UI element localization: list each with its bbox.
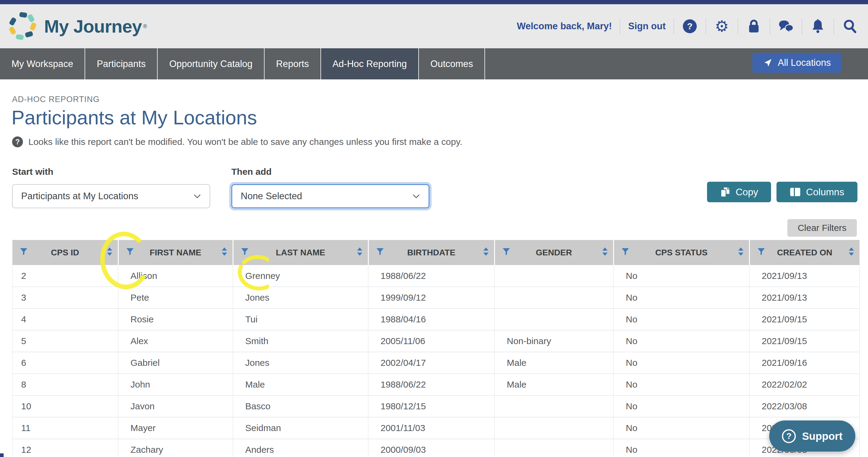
main-navigation: My WorkspaceParticipantsOpportunity Cata…	[0, 48, 868, 79]
table-cell: Gabriel	[118, 352, 233, 374]
nav-tab-opportunity-catalog[interactable]: Opportunity Catalog	[158, 48, 265, 79]
table-cell: Zachary	[118, 439, 233, 457]
all-locations-button[interactable]: All Locations	[752, 53, 842, 73]
then-add-select[interactable]: None Selected	[231, 184, 430, 208]
search-icon[interactable]	[842, 19, 858, 33]
column-title[interactable]: CREATED ON	[777, 248, 832, 257]
sign-out-link[interactable]: Sign out	[628, 21, 665, 32]
column-title[interactable]: BIRTHDATE	[407, 248, 456, 257]
table-cell: Anders	[233, 439, 368, 457]
divider	[620, 18, 620, 34]
filter-icon[interactable]	[20, 248, 28, 258]
sort-icon[interactable]	[738, 247, 744, 258]
table-cell: Smith	[233, 330, 368, 352]
table-cell: Male	[233, 374, 368, 395]
table-cell: No	[613, 308, 749, 330]
table-cell: Pete	[118, 287, 233, 308]
logo-icon	[8, 12, 37, 41]
column-title[interactable]: GENDER	[536, 248, 572, 257]
nav-tab-my-workspace[interactable]: My Workspace	[0, 48, 85, 79]
welcome-message: Welcome back, Mary!	[517, 21, 612, 32]
messages-icon[interactable]	[778, 19, 794, 33]
lock-icon[interactable]	[746, 19, 762, 33]
table-cell: 10	[12, 395, 118, 417]
filter-icon[interactable]	[757, 248, 765, 258]
sort-icon[interactable]	[221, 247, 228, 258]
nav-tab-reports[interactable]: Reports	[265, 48, 321, 79]
divider	[738, 18, 738, 34]
table-cell: 1988/06/22	[368, 374, 494, 395]
table-header-row: CPS IDFIRST NAMELAST NAMEBIRTHDATEGENDER…	[12, 240, 860, 265]
breadcrumb: AD-HOC REPORTING	[12, 95, 100, 104]
columns-button[interactable]: Columns	[776, 182, 858, 202]
app-logo[interactable]: My Journey ®	[8, 11, 147, 42]
table-cell: 4	[12, 308, 118, 330]
filter-icon[interactable]	[621, 248, 629, 258]
table-row: 6GabrielJones2002/04/17MaleNo2021/09/16	[12, 352, 860, 374]
nav-tab-ad-hoc-reporting[interactable]: Ad-Hoc Reporting	[321, 48, 419, 79]
table-cell: 2021/09/15	[749, 330, 860, 352]
table-cell: No	[613, 439, 749, 457]
sort-icon[interactable]	[848, 247, 855, 258]
table-row: 12ZacharyAnders2000/09/03No2022/03/08	[12, 439, 860, 457]
support-button[interactable]: ? Support	[769, 421, 855, 452]
clear-filters-button[interactable]: Clear Filters	[787, 219, 857, 237]
table-cell: 6	[12, 352, 118, 374]
table-row: 3PeteJones1999/09/12No2021/09/13	[12, 287, 860, 308]
table-row: 2AllisonGrenney1988/06/22No2021/09/13	[12, 265, 860, 287]
table-cell: Jones	[233, 352, 368, 374]
table-row: 4RosieTui1988/04/16No2021/09/15	[12, 308, 860, 330]
table-cell: 12	[12, 439, 118, 457]
support-help-icon: ?	[782, 429, 796, 443]
table-cell: 2000/09/03	[368, 439, 494, 457]
column-header-birthdate: BIRTHDATE	[368, 240, 494, 265]
table-cell: 11	[12, 417, 118, 439]
column-header-first-name: FIRST NAME	[118, 240, 233, 265]
notice-text: Looks like this report can't be modified…	[28, 137, 462, 147]
nav-tab-participants[interactable]: Participants	[85, 48, 158, 79]
filter-icon[interactable]	[502, 248, 510, 258]
divider	[802, 18, 802, 34]
table-cell: Javon	[118, 395, 233, 417]
settings-gear-icon[interactable]: ⚙	[714, 19, 730, 34]
app-header: My Journey ® Welcome back, Mary! Sign ou…	[0, 4, 868, 48]
notifications-bell-icon[interactable]	[810, 19, 826, 33]
table-cell: 2022/02/02	[749, 374, 860, 395]
filter-icon[interactable]	[241, 248, 249, 258]
start-with-label: Start with	[12, 167, 54, 177]
table-cell: No	[613, 287, 749, 308]
copy-icon	[720, 186, 730, 198]
sort-icon[interactable]	[483, 247, 489, 258]
then-add-label: Then add	[231, 167, 272, 177]
table-cell: No	[613, 352, 749, 374]
table-cell: No	[613, 417, 749, 439]
nav-tab-outcomes[interactable]: Outcomes	[419, 48, 485, 79]
table-cell: No	[613, 395, 749, 417]
sort-icon[interactable]	[106, 247, 113, 258]
participants-table: CPS IDFIRST NAMELAST NAMEBIRTHDATEGENDER…	[12, 240, 859, 457]
sort-icon[interactable]	[601, 247, 608, 258]
support-label: Support	[802, 430, 842, 442]
column-title[interactable]: CPS ID	[51, 248, 79, 257]
column-title[interactable]: CPS STATUS	[655, 248, 707, 257]
table-cell: 3	[12, 287, 118, 308]
header-actions: Welcome back, Mary! Sign out ? ⚙	[517, 4, 858, 48]
table-cell: 2022/03/08	[749, 395, 860, 417]
column-title[interactable]: LAST NAME	[276, 248, 325, 257]
column-header-last-name: LAST NAME	[233, 240, 368, 265]
help-icon[interactable]: ?	[682, 19, 698, 33]
sort-icon[interactable]	[356, 247, 363, 258]
copy-button[interactable]: Copy	[707, 182, 771, 202]
table-cell: Male	[494, 374, 613, 395]
filter-icon[interactable]	[376, 248, 384, 258]
table-cell	[494, 417, 613, 439]
filter-icon[interactable]	[126, 248, 134, 258]
table-cell: 2021/09/13	[749, 265, 860, 287]
table-cell: 2001/11/03	[368, 417, 494, 439]
columns-icon	[790, 187, 801, 197]
page-title: Participants at My Locations	[11, 106, 257, 129]
divider	[770, 18, 770, 34]
column-title[interactable]: FIRST NAME	[150, 248, 201, 257]
start-with-select[interactable]: Participants at My Locations	[12, 184, 210, 208]
table-cell: 2	[12, 265, 118, 287]
